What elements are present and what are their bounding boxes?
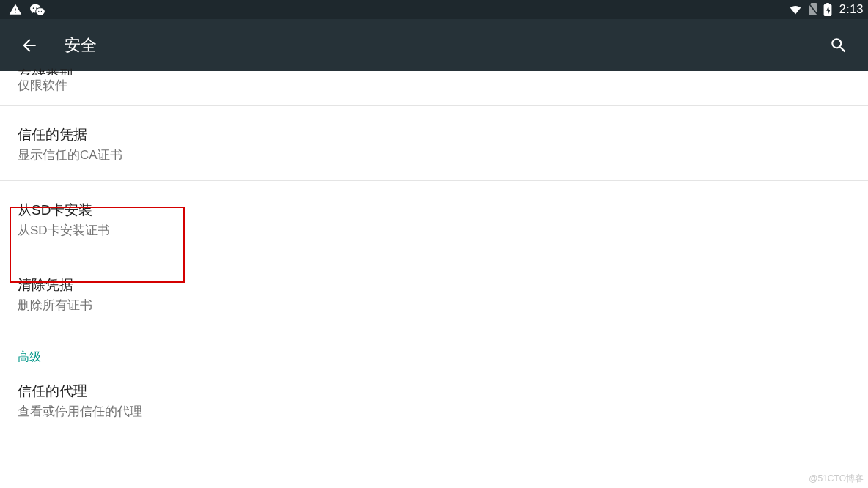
item-title: 信任的凭据: [18, 125, 850, 145]
no-sim-icon: [807, 3, 819, 16]
divider: [0, 437, 868, 437]
back-button[interactable]: [12, 28, 47, 63]
wifi-icon: [788, 4, 803, 15]
item-title: 清除凭据: [18, 275, 850, 295]
item-subtitle: 仅限软件: [18, 77, 850, 95]
item-storage-type[interactable]: 存储类型 仅限软件: [0, 65, 868, 105]
search-button[interactable]: [821, 28, 856, 63]
item-subtitle: 查看或停用信任的代理: [18, 403, 850, 421]
item-install-from-sd[interactable]: 从SD卡安装 从SD卡安装证书: [0, 181, 868, 256]
item-title: 存储类型: [18, 65, 850, 75]
clock: 2:13: [839, 3, 864, 16]
page-title: 安全: [65, 34, 97, 56]
settings-list: 存储类型 仅限软件 信任的凭据 显示信任的CA证书 从SD卡安装 从SD卡安装证…: [0, 65, 868, 437]
section-advanced: 高级: [0, 330, 868, 372]
warning-icon: [9, 3, 22, 16]
item-subtitle: 删除所有证书: [18, 297, 850, 314]
item-trusted-credentials[interactable]: 信任的凭据 显示信任的CA证书: [0, 106, 868, 180]
watermark: @51CTO博客: [809, 473, 864, 485]
item-clear-credentials[interactable]: 清除凭据 删除所有证书: [0, 256, 868, 330]
app-bar: 安全: [0, 19, 868, 71]
status-bar: 2:13: [0, 0, 868, 19]
item-title: 从SD卡安装: [18, 200, 850, 221]
item-trusted-agents[interactable]: 信任的代理 查看或停用信任的代理: [0, 372, 868, 437]
item-subtitle: 显示信任的CA证书: [18, 147, 850, 164]
wechat-icon: [29, 3, 45, 16]
item-subtitle: 从SD卡安装证书: [18, 222, 850, 240]
item-title: 信任的代理: [18, 381, 850, 402]
battery-charging-icon: [823, 3, 832, 16]
